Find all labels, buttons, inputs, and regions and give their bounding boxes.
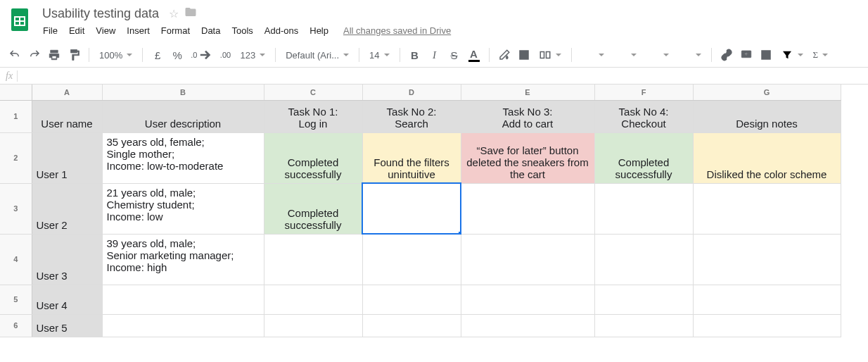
cell-B5[interactable] [102, 285, 264, 314]
folder-icon[interactable] [184, 6, 197, 21]
column-header-G[interactable]: G [693, 85, 841, 100]
row-header-5[interactable]: 5 [0, 285, 32, 314]
cell-C2[interactable]: Completed successfully [264, 132, 362, 183]
cell-A5[interactable]: User 4 [32, 285, 102, 314]
row-header-4[interactable]: 4 [0, 234, 32, 285]
strikethrough-button[interactable]: S [445, 46, 464, 64]
cell-D6[interactable] [362, 314, 461, 337]
format-percent-button[interactable]: % [168, 46, 186, 64]
menu-help[interactable]: Help [305, 23, 333, 39]
insert-comment-button[interactable]: + [737, 46, 755, 64]
cell-G1[interactable]: Design notes [693, 100, 841, 132]
italic-button[interactable]: I [426, 46, 444, 64]
cell-E2[interactable]: “Save for later” button deleted the snea… [461, 132, 594, 183]
paint-format-button[interactable] [65, 46, 83, 64]
zoom-dropdown[interactable]: 100% [95, 46, 136, 64]
cell-G3[interactable] [693, 183, 841, 234]
menu-view[interactable]: View [91, 23, 120, 39]
formula-bar[interactable]: fx [0, 68, 868, 85]
decrease-decimal-button[interactable]: .0 [188, 46, 215, 64]
text-color-button[interactable]: A [465, 46, 483, 64]
menu-data[interactable]: Data [196, 23, 225, 39]
insert-chart-button[interactable] [757, 46, 775, 64]
cell-F5[interactable] [594, 285, 693, 314]
cell-G4[interactable] [693, 234, 841, 285]
row-header-6[interactable]: 6 [0, 314, 32, 337]
cell-C4[interactable] [264, 234, 362, 285]
redo-button[interactable] [25, 46, 44, 64]
fill-color-button[interactable] [495, 46, 513, 64]
column-header-A[interactable]: A [32, 85, 102, 100]
cell-E4[interactable] [461, 234, 594, 285]
cell-F1[interactable]: Task No 4: Checkout [594, 100, 693, 132]
cell-C3[interactable]: Completed successfully [264, 183, 362, 234]
column-header-F[interactable]: F [594, 85, 693, 100]
font-dropdown[interactable]: Default (Ari... [281, 46, 353, 64]
cell-A4[interactable]: User 3 [32, 234, 102, 285]
cell-A2[interactable]: User 1 [32, 132, 102, 183]
undo-button[interactable] [6, 46, 24, 64]
cell-F6[interactable] [594, 314, 693, 337]
menu-file[interactable]: File [38, 23, 63, 39]
cell-C6[interactable] [264, 314, 362, 337]
cell-A1[interactable]: User name [32, 100, 102, 132]
more-formats-dropdown[interactable]: 123 [236, 46, 269, 64]
insert-link-button[interactable] [717, 46, 736, 64]
cell-F4[interactable] [594, 234, 693, 285]
cell-A6[interactable]: User 5 [32, 314, 102, 337]
menu-edit[interactable]: Edit [64, 23, 89, 39]
cell-B1[interactable]: User description [102, 100, 264, 132]
cell-C5[interactable] [264, 285, 362, 314]
save-status[interactable]: All changes saved in Drive [343, 23, 451, 39]
cell-F2[interactable]: Completed successfully [594, 132, 693, 183]
cell-E5[interactable] [461, 285, 594, 314]
cell-F3[interactable] [594, 183, 693, 234]
horizontal-align-dropdown[interactable] [577, 46, 608, 64]
cell-B6[interactable] [102, 314, 264, 337]
column-header-C[interactable]: C [264, 85, 362, 100]
filter-dropdown[interactable] [777, 46, 808, 64]
vertical-align-dropdown[interactable] [610, 46, 641, 64]
cell-C1[interactable]: Task No 1: Log in [264, 100, 362, 132]
menu-add-ons[interactable]: Add-ons [260, 23, 303, 39]
menu-format[interactable]: Format [156, 23, 195, 39]
text-rotation-dropdown[interactable] [675, 46, 706, 64]
increase-decimal-button[interactable]: .00 [216, 46, 234, 64]
row-header-3[interactable]: 3 [0, 183, 32, 234]
column-header-D[interactable]: D [362, 85, 461, 100]
column-header-E[interactable]: E [461, 85, 594, 100]
document-title[interactable]: Usability testing data [38, 5, 163, 23]
format-currency-button[interactable]: £ [148, 46, 167, 64]
star-icon[interactable]: ☆ [169, 7, 179, 20]
merge-cells-dropdown[interactable] [535, 46, 566, 64]
row-header-1[interactable]: 1 [0, 100, 32, 132]
print-button[interactable] [45, 46, 63, 64]
spreadsheet-grid[interactable]: ABCDEFG1User nameUser descriptionTask No… [0, 85, 868, 337]
cell-E1[interactable]: Task No 3: Add to cart [461, 100, 594, 132]
cell-B2[interactable]: 35 years old, female; Single mother; Inc… [102, 132, 264, 183]
cell-B4[interactable]: 39 years old, male; Senior marketing man… [102, 234, 264, 285]
cell-D2[interactable]: Found the filters unintuitive [362, 132, 461, 183]
cell-G6[interactable] [693, 314, 841, 337]
cell-E3[interactable] [461, 183, 594, 234]
cell-E6[interactable] [461, 314, 594, 337]
cell-B3[interactable]: 21 years old, male; Chemistry student; I… [102, 183, 264, 234]
cell-A3[interactable]: User 2 [32, 183, 102, 234]
menu-insert[interactable]: Insert [122, 23, 155, 39]
cell-G5[interactable] [693, 285, 841, 314]
cell-D4[interactable] [362, 234, 461, 285]
menu-tools[interactable]: Tools [226, 23, 257, 39]
sheets-logo[interactable] [6, 6, 34, 34]
borders-button[interactable] [515, 46, 533, 64]
text-wrap-dropdown[interactable] [642, 46, 673, 64]
cell-D1[interactable]: Task No 2: Search [362, 100, 461, 132]
column-header-B[interactable]: B [102, 85, 264, 100]
row-header-2[interactable]: 2 [0, 132, 32, 183]
font-size-dropdown[interactable]: 14 [365, 46, 393, 64]
select-all-corner[interactable] [0, 85, 32, 100]
cell-D3[interactable] [362, 183, 461, 234]
bold-button[interactable]: B [406, 46, 424, 64]
functions-dropdown[interactable]: Σ [809, 46, 833, 64]
cell-G2[interactable]: Disliked the color scheme [693, 132, 841, 183]
cell-D5[interactable] [362, 285, 461, 314]
